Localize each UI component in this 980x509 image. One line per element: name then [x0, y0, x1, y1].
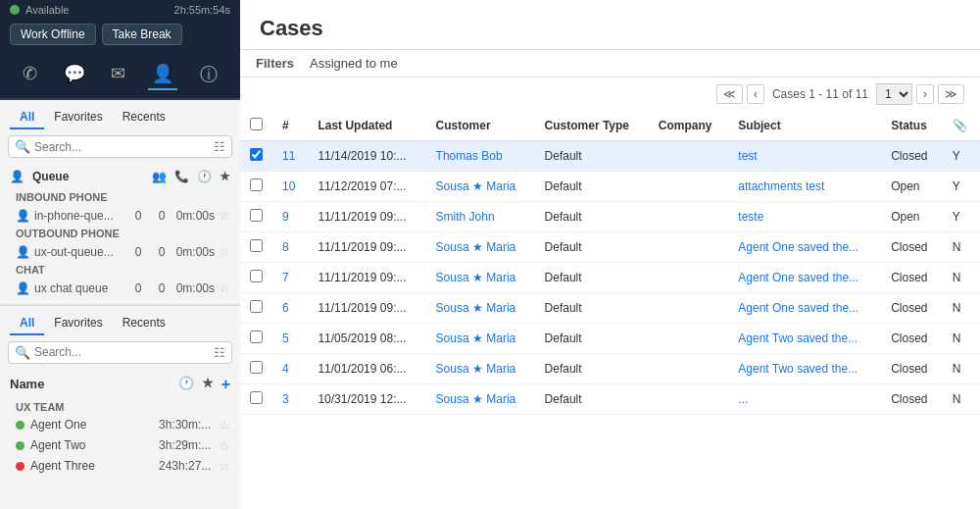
- team-label: UX TEAM: [0, 399, 240, 415]
- agent-two-star[interactable]: ☆: [219, 438, 230, 453]
- outbound-star[interactable]: ☆: [219, 244, 230, 259]
- subject-link[interactable]: Agent One saved the...: [738, 301, 858, 315]
- next-page-button[interactable]: ›: [916, 84, 934, 104]
- contacts-nav-icon[interactable]: 👤: [148, 59, 177, 90]
- row-checkbox[interactable]: [250, 391, 263, 404]
- person-icon-chat: 👤: [16, 281, 30, 295]
- page-title: Cases: [240, 0, 980, 49]
- agent-three-star[interactable]: ☆: [219, 459, 230, 474]
- col-header-subject: Subject: [728, 111, 881, 141]
- phone-nav-icon[interactable]: ✆: [19, 59, 41, 90]
- agent-one-name[interactable]: Agent One: [30, 418, 153, 432]
- agent-filter-icon[interactable]: ☷: [214, 345, 225, 360]
- customer-link[interactable]: Thomas Bob: [436, 149, 503, 163]
- tab-recents-agents[interactable]: Recents: [113, 312, 175, 335]
- queue-header-icons: 👥 📞 🕐 ★: [152, 170, 230, 183]
- select-all-checkbox[interactable]: [250, 118, 263, 130]
- filter-value: Assigned to me: [310, 56, 398, 71]
- customer-link[interactable]: Sousa ★ Maria: [436, 362, 516, 376]
- last-updated-cell: 11/12/2019 07:...: [308, 172, 425, 202]
- agent-search-input[interactable]: [34, 345, 210, 359]
- tab-all-agents[interactable]: All: [10, 312, 44, 335]
- filter-label: Filters: [256, 56, 294, 71]
- agent-search-icon: 🔍: [15, 345, 30, 360]
- case-id-link[interactable]: 10: [282, 179, 295, 193]
- first-page-button[interactable]: ≪: [716, 84, 743, 104]
- agent-two-name[interactable]: Agent Two: [30, 438, 153, 452]
- row-checkbox[interactable]: [250, 361, 263, 374]
- agent-one-star[interactable]: ☆: [219, 418, 230, 433]
- subject-link[interactable]: Agent One saved the...: [738, 271, 858, 284]
- case-id-link[interactable]: 4: [282, 362, 289, 376]
- last-updated-cell: 11/05/2019 08:...: [308, 324, 425, 354]
- customer-type-cell: Default: [535, 232, 649, 263]
- row-checkbox[interactable]: [250, 209, 263, 222]
- subject-link[interactable]: attachments test: [738, 179, 824, 193]
- top-buttons: Work Offline Take Break: [0, 20, 240, 51]
- agent-three-name[interactable]: Agent Three: [30, 459, 153, 473]
- info-nav-icon[interactable]: ⓘ: [196, 59, 221, 90]
- customer-link[interactable]: Sousa ★ Maria: [436, 179, 516, 193]
- queue-row-inbound: 👤 in-phone-que... 0 0 0m:00s ☆: [0, 205, 240, 226]
- tab-favorites-agents[interactable]: Favorites: [44, 312, 112, 335]
- case-id-link[interactable]: 7: [282, 271, 289, 284]
- subject-link[interactable]: Agent Two saved the...: [738, 362, 858, 376]
- customer-link[interactable]: Sousa ★ Maria: [436, 392, 516, 406]
- subject-link[interactable]: Agent Two saved the...: [738, 331, 858, 345]
- status-text: Available: [25, 4, 169, 16]
- subject-link[interactable]: ...: [738, 392, 748, 406]
- tab-all-queue[interactable]: All: [10, 106, 44, 129]
- row-checkbox[interactable]: [250, 270, 263, 282]
- add-agent-icon[interactable]: +: [221, 376, 230, 393]
- row-checkbox[interactable]: [250, 331, 263, 343]
- subject-link[interactable]: test: [738, 149, 757, 163]
- table-row: 5 11/05/2019 08:... Sousa ★ Maria Defaul…: [240, 324, 980, 354]
- customer-link[interactable]: Sousa ★ Maria: [436, 301, 516, 315]
- case-id-link[interactable]: 3: [282, 392, 289, 406]
- agent-three-time: 243h:27...: [159, 459, 213, 473]
- case-id-link[interactable]: 11: [282, 149, 295, 163]
- company-cell: [649, 263, 729, 293]
- subject-link[interactable]: Agent One saved the...: [738, 240, 858, 254]
- email-nav-icon[interactable]: ✉: [107, 59, 129, 90]
- inbound-time: 0m:00s: [175, 209, 215, 223]
- filter-icon[interactable]: ☷: [214, 139, 225, 154]
- subject-link[interactable]: teste: [738, 210, 763, 224]
- last-page-button[interactable]: ≫: [938, 84, 964, 104]
- customer-link[interactable]: Smith John: [436, 210, 495, 224]
- work-offline-button[interactable]: Work Offline: [10, 24, 96, 45]
- row-checkbox[interactable]: [250, 300, 263, 313]
- inbound-star[interactable]: ☆: [219, 208, 230, 223]
- case-id-link[interactable]: 9: [282, 210, 289, 224]
- case-id-link[interactable]: 6: [282, 301, 289, 315]
- tab-recents-queue[interactable]: Recents: [113, 106, 175, 129]
- queue-search-input[interactable]: [34, 140, 210, 154]
- row-checkbox[interactable]: [250, 178, 263, 191]
- page-select[interactable]: 1: [876, 83, 912, 105]
- customer-link[interactable]: Sousa ★ Maria: [436, 331, 516, 345]
- customer-link[interactable]: Sousa ★ Maria: [436, 240, 516, 254]
- take-break-button[interactable]: Take Break: [102, 24, 182, 45]
- customer-link[interactable]: Sousa ★ Maria: [436, 271, 516, 284]
- case-id-link[interactable]: 8: [282, 240, 289, 254]
- table-row: 4 11/01/2019 06:... Sousa ★ Maria Defaul…: [240, 354, 980, 384]
- last-updated-cell: 11/11/2019 09:...: [308, 293, 425, 324]
- table-row: 3 10/31/2019 12:... Sousa ★ Maria Defaul…: [240, 384, 980, 415]
- table-row: 11 11/14/2019 10:... Thomas Bob Default …: [240, 141, 980, 172]
- chat-nav-icon[interactable]: 💬: [60, 59, 89, 90]
- flag-cell: N: [943, 384, 980, 415]
- inbound-count1: 0: [128, 209, 148, 223]
- status-cell: Closed: [881, 324, 943, 354]
- queue-tabs: All Favorites Recents: [0, 100, 240, 129]
- row-checkbox[interactable]: [250, 239, 263, 252]
- chat-star[interactable]: ☆: [219, 280, 230, 295]
- flag-cell: N: [943, 293, 980, 324]
- prev-page-button[interactable]: ‹: [747, 84, 764, 104]
- status-cell: Closed: [881, 354, 943, 384]
- customer-type-cell: Default: [535, 172, 649, 202]
- customer-type-cell: Default: [535, 293, 649, 324]
- case-id-link[interactable]: 5: [282, 331, 289, 345]
- company-cell: [649, 202, 729, 232]
- tab-favorites-queue[interactable]: Favorites: [44, 106, 112, 129]
- row-checkbox[interactable]: [250, 148, 263, 161]
